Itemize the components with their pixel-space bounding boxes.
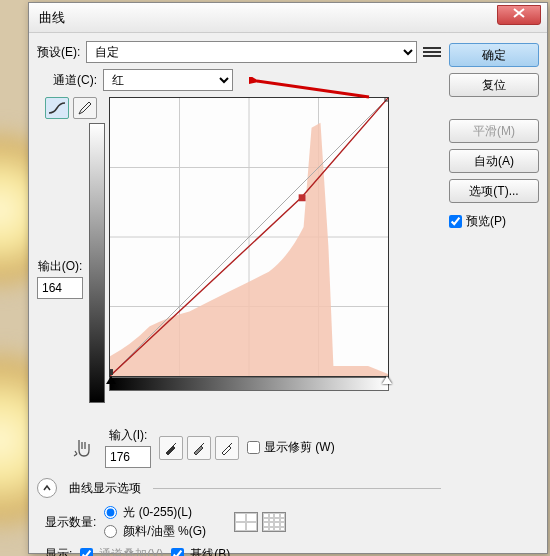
- pencil-mode-icon[interactable]: [73, 97, 97, 119]
- vertical-gradient-ramp: [89, 123, 105, 403]
- preview-checkbox[interactable]: [449, 215, 462, 228]
- grid-fine-icon[interactable]: [262, 512, 286, 532]
- curves-dialog: 曲线 预设(E): 自定 通道(C): 红: [28, 2, 548, 554]
- preview-label: 预览(P): [466, 213, 506, 230]
- light-radio[interactable]: [104, 506, 117, 519]
- black-eyedropper-icon[interactable]: [159, 436, 183, 460]
- curve-graph[interactable]: [109, 97, 389, 377]
- input-field[interactable]: [105, 446, 151, 468]
- baseline-label: 基线(B): [190, 546, 230, 556]
- svg-rect-7: [110, 369, 113, 375]
- titlebar[interactable]: 曲线: [29, 3, 547, 33]
- show-clipping-checkbox[interactable]: [247, 441, 260, 454]
- options-button[interactable]: 选项(T)...: [449, 179, 539, 203]
- pigment-radio-label: 颜料/油墨 %(G): [123, 523, 206, 540]
- disclosure-toggle[interactable]: [37, 478, 57, 498]
- channel-select[interactable]: 红: [103, 69, 233, 91]
- white-point-slider[interactable]: [382, 376, 392, 384]
- light-radio-label: 光 (0-255)(L): [123, 504, 192, 521]
- ok-button[interactable]: 确定: [449, 43, 539, 67]
- show-label: 显示:: [45, 546, 72, 556]
- show-clipping-label: 显示修剪 (W): [264, 439, 335, 456]
- curve-mode-icon[interactable]: [45, 97, 69, 119]
- channel-overlay-label: 通道叠加(V): [99, 546, 163, 556]
- preset-menu-icon[interactable]: [423, 43, 441, 61]
- output-field[interactable]: [37, 277, 83, 299]
- input-label: 输入(I):: [109, 427, 148, 444]
- white-eyedropper-icon[interactable]: [215, 436, 239, 460]
- control-point: [299, 194, 306, 201]
- auto-button[interactable]: 自动(A): [449, 149, 539, 173]
- preset-label: 预设(E):: [37, 44, 80, 61]
- preset-select[interactable]: 自定: [86, 41, 417, 63]
- channel-overlay-checkbox[interactable]: [80, 548, 93, 556]
- smooth-button[interactable]: 平滑(M): [449, 119, 539, 143]
- grid-coarse-icon[interactable]: [234, 512, 258, 532]
- dialog-title: 曲线: [39, 9, 65, 27]
- gray-eyedropper-icon[interactable]: [187, 436, 211, 460]
- display-amount-label: 显示数量:: [45, 514, 96, 531]
- pigment-radio[interactable]: [104, 525, 117, 538]
- channel-label: 通道(C):: [53, 72, 97, 89]
- baseline-checkbox[interactable]: [171, 548, 184, 556]
- close-button[interactable]: [497, 5, 541, 25]
- targeted-adjust-icon[interactable]: [69, 434, 97, 462]
- black-point-slider[interactable]: [106, 376, 116, 384]
- horizontal-gradient-ramp[interactable]: [109, 377, 389, 391]
- disclosure-label: 曲线显示选项: [69, 480, 141, 497]
- reset-button[interactable]: 复位: [449, 73, 539, 97]
- output-label: 输出(O):: [38, 258, 83, 275]
